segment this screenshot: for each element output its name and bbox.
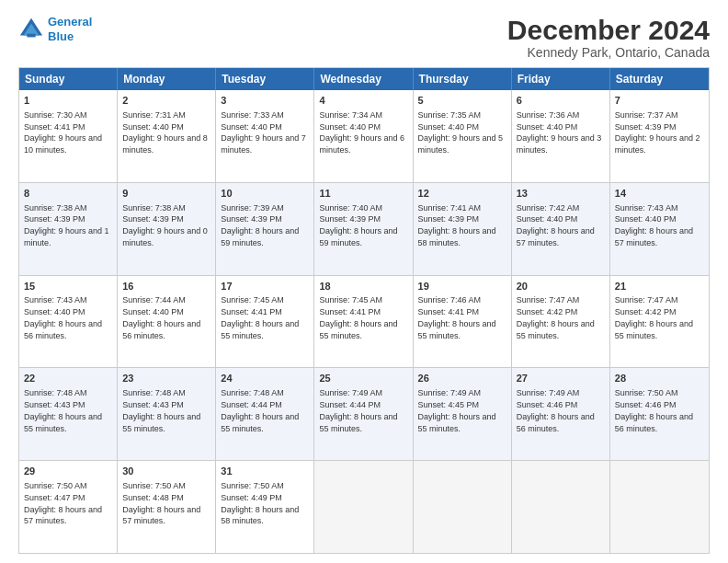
day-info-30: Sunrise: 7:50 AMSunset: 4:48 PMDaylight:… bbox=[122, 481, 200, 525]
day-number-14: 14 bbox=[615, 187, 704, 201]
day-info-22: Sunrise: 7:48 AMSunset: 4:43 PMDaylight:… bbox=[24, 388, 102, 432]
day-cell-28: 28Sunrise: 7:50 AMSunset: 4:46 PMDayligh… bbox=[610, 368, 709, 460]
col-wednesday: Wednesday bbox=[314, 68, 413, 90]
day-number-11: 11 bbox=[319, 187, 407, 201]
empty-cell bbox=[314, 461, 413, 553]
logo-text: General Blue bbox=[48, 15, 92, 43]
day-cell-4: 4Sunrise: 7:34 AMSunset: 4:40 PMDaylight… bbox=[314, 90, 413, 182]
day-cell-21: 21Sunrise: 7:47 AMSunset: 4:42 PMDayligh… bbox=[610, 276, 709, 368]
calendar-body: 1Sunrise: 7:30 AMSunset: 4:41 PMDaylight… bbox=[19, 90, 709, 553]
calendar-header: Sunday Monday Tuesday Wednesday Thursday… bbox=[19, 68, 709, 90]
day-number-13: 13 bbox=[517, 187, 605, 201]
empty-cell bbox=[512, 461, 610, 553]
day-cell-14: 14Sunrise: 7:43 AMSunset: 4:40 PMDayligh… bbox=[610, 183, 709, 275]
day-number-27: 27 bbox=[517, 372, 605, 385]
day-cell-3: 3Sunrise: 7:33 AMSunset: 4:40 PMDaylight… bbox=[216, 90, 314, 182]
day-info-14: Sunrise: 7:43 AMSunset: 4:40 PMDaylight:… bbox=[615, 203, 693, 247]
week-row-4: 22Sunrise: 7:48 AMSunset: 4:43 PMDayligh… bbox=[19, 367, 709, 460]
day-number-18: 18 bbox=[319, 280, 407, 293]
calendar: Sunday Monday Tuesday Wednesday Thursday… bbox=[18, 67, 710, 554]
logo-icon bbox=[18, 17, 44, 42]
day-cell-15: 15Sunrise: 7:43 AMSunset: 4:40 PMDayligh… bbox=[19, 276, 118, 368]
day-info-8: Sunrise: 7:38 AMSunset: 4:39 PMDaylight:… bbox=[24, 203, 109, 247]
day-number-6: 6 bbox=[517, 94, 605, 108]
logo-general: General bbox=[48, 15, 92, 29]
day-cell-13: 13Sunrise: 7:42 AMSunset: 4:40 PMDayligh… bbox=[512, 183, 610, 275]
day-number-12: 12 bbox=[418, 187, 506, 201]
day-number-30: 30 bbox=[122, 465, 210, 478]
day-info-11: Sunrise: 7:40 AMSunset: 4:39 PMDaylight:… bbox=[319, 203, 397, 247]
svg-rect-2 bbox=[27, 33, 35, 37]
day-cell-16: 16Sunrise: 7:44 AMSunset: 4:40 PMDayligh… bbox=[118, 276, 216, 368]
day-number-16: 16 bbox=[122, 280, 210, 293]
day-cell-8: 8Sunrise: 7:38 AMSunset: 4:39 PMDaylight… bbox=[19, 183, 118, 275]
day-cell-25: 25Sunrise: 7:49 AMSunset: 4:44 PMDayligh… bbox=[314, 368, 413, 460]
day-info-1: Sunrise: 7:30 AMSunset: 4:41 PMDaylight:… bbox=[24, 110, 102, 155]
day-info-28: Sunrise: 7:50 AMSunset: 4:46 PMDaylight:… bbox=[615, 388, 693, 432]
day-number-1: 1 bbox=[24, 94, 112, 108]
day-number-5: 5 bbox=[418, 94, 506, 108]
day-cell-20: 20Sunrise: 7:47 AMSunset: 4:42 PMDayligh… bbox=[512, 276, 610, 368]
week-row-5: 29Sunrise: 7:50 AMSunset: 4:47 PMDayligh… bbox=[19, 460, 709, 553]
day-number-26: 26 bbox=[418, 372, 506, 385]
day-cell-5: 5Sunrise: 7:35 AMSunset: 4:40 PMDaylight… bbox=[414, 90, 512, 182]
day-cell-31: 31Sunrise: 7:50 AMSunset: 4:49 PMDayligh… bbox=[216, 461, 314, 553]
day-info-13: Sunrise: 7:42 AMSunset: 4:40 PMDaylight:… bbox=[517, 203, 595, 247]
day-info-12: Sunrise: 7:41 AMSunset: 4:39 PMDaylight:… bbox=[418, 203, 496, 247]
day-info-20: Sunrise: 7:47 AMSunset: 4:42 PMDaylight:… bbox=[517, 295, 595, 339]
day-info-27: Sunrise: 7:49 AMSunset: 4:46 PMDaylight:… bbox=[517, 388, 595, 432]
day-info-18: Sunrise: 7:45 AMSunset: 4:41 PMDaylight:… bbox=[319, 295, 397, 339]
day-number-29: 29 bbox=[24, 465, 112, 478]
day-number-7: 7 bbox=[615, 94, 704, 108]
day-cell-24: 24Sunrise: 7:48 AMSunset: 4:44 PMDayligh… bbox=[216, 368, 314, 460]
day-number-3: 3 bbox=[221, 94, 309, 108]
day-info-2: Sunrise: 7:31 AMSunset: 4:40 PMDaylight:… bbox=[122, 110, 208, 155]
page: General Blue December 2024 Kennedy Park,… bbox=[0, 0, 728, 563]
day-cell-10: 10Sunrise: 7:39 AMSunset: 4:39 PMDayligh… bbox=[216, 183, 314, 275]
day-info-7: Sunrise: 7:37 AMSunset: 4:39 PMDaylight:… bbox=[615, 110, 700, 155]
subtitle: Kennedy Park, Ontario, Canada bbox=[507, 45, 710, 60]
header: General Blue December 2024 Kennedy Park,… bbox=[18, 15, 710, 60]
day-cell-19: 19Sunrise: 7:46 AMSunset: 4:41 PMDayligh… bbox=[414, 276, 512, 368]
main-title: December 2024 bbox=[507, 15, 710, 45]
day-info-29: Sunrise: 7:50 AMSunset: 4:47 PMDaylight:… bbox=[24, 481, 102, 525]
logo: General Blue bbox=[18, 15, 92, 43]
week-row-1: 1Sunrise: 7:30 AMSunset: 4:41 PMDaylight… bbox=[19, 90, 709, 182]
empty-cell bbox=[610, 461, 709, 553]
day-number-23: 23 bbox=[122, 372, 210, 385]
day-number-22: 22 bbox=[24, 372, 112, 385]
day-info-23: Sunrise: 7:48 AMSunset: 4:43 PMDaylight:… bbox=[122, 388, 200, 432]
day-info-31: Sunrise: 7:50 AMSunset: 4:49 PMDaylight:… bbox=[221, 481, 299, 525]
day-info-17: Sunrise: 7:45 AMSunset: 4:41 PMDaylight:… bbox=[221, 295, 299, 339]
day-number-24: 24 bbox=[221, 372, 309, 385]
day-number-9: 9 bbox=[122, 187, 210, 201]
day-info-15: Sunrise: 7:43 AMSunset: 4:40 PMDaylight:… bbox=[24, 295, 102, 339]
col-thursday: Thursday bbox=[414, 68, 512, 90]
day-cell-26: 26Sunrise: 7:49 AMSunset: 4:45 PMDayligh… bbox=[414, 368, 512, 460]
week-row-3: 15Sunrise: 7:43 AMSunset: 4:40 PMDayligh… bbox=[19, 275, 709, 368]
empty-cell bbox=[414, 461, 512, 553]
day-cell-23: 23Sunrise: 7:48 AMSunset: 4:43 PMDayligh… bbox=[118, 368, 216, 460]
day-info-4: Sunrise: 7:34 AMSunset: 4:40 PMDaylight:… bbox=[319, 110, 404, 155]
day-info-6: Sunrise: 7:36 AMSunset: 4:40 PMDaylight:… bbox=[517, 110, 602, 155]
day-cell-17: 17Sunrise: 7:45 AMSunset: 4:41 PMDayligh… bbox=[216, 276, 314, 368]
col-tuesday: Tuesday bbox=[216, 68, 314, 90]
day-info-9: Sunrise: 7:38 AMSunset: 4:39 PMDaylight:… bbox=[122, 203, 208, 247]
day-info-19: Sunrise: 7:46 AMSunset: 4:41 PMDaylight:… bbox=[418, 295, 496, 339]
day-number-21: 21 bbox=[615, 280, 704, 293]
day-number-4: 4 bbox=[319, 94, 407, 108]
day-info-24: Sunrise: 7:48 AMSunset: 4:44 PMDaylight:… bbox=[221, 388, 299, 432]
title-block: December 2024 Kennedy Park, Ontario, Can… bbox=[507, 15, 710, 60]
day-cell-7: 7Sunrise: 7:37 AMSunset: 4:39 PMDaylight… bbox=[610, 90, 709, 182]
col-sunday: Sunday bbox=[19, 68, 118, 90]
day-info-21: Sunrise: 7:47 AMSunset: 4:42 PMDaylight:… bbox=[615, 295, 693, 339]
day-cell-6: 6Sunrise: 7:36 AMSunset: 4:40 PMDaylight… bbox=[512, 90, 610, 182]
day-cell-1: 1Sunrise: 7:30 AMSunset: 4:41 PMDaylight… bbox=[19, 90, 118, 182]
day-number-8: 8 bbox=[24, 187, 112, 201]
day-number-15: 15 bbox=[24, 280, 112, 293]
col-saturday: Saturday bbox=[610, 68, 709, 90]
day-cell-12: 12Sunrise: 7:41 AMSunset: 4:39 PMDayligh… bbox=[414, 183, 512, 275]
day-info-10: Sunrise: 7:39 AMSunset: 4:39 PMDaylight:… bbox=[221, 203, 299, 247]
day-cell-29: 29Sunrise: 7:50 AMSunset: 4:47 PMDayligh… bbox=[19, 461, 118, 553]
day-cell-2: 2Sunrise: 7:31 AMSunset: 4:40 PMDaylight… bbox=[118, 90, 216, 182]
